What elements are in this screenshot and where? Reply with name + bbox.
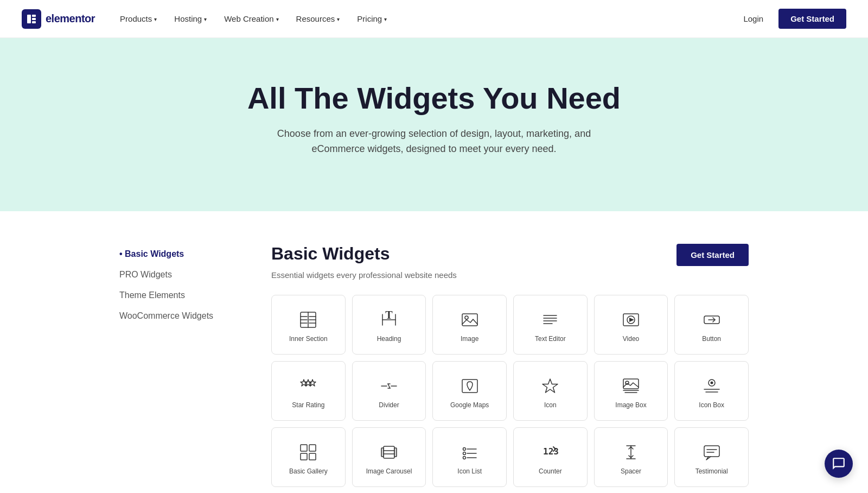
widget-image-box[interactable]: Image Box [594, 361, 668, 421]
sidebar-item-pro-widgets[interactable]: PRO Widgets [119, 264, 239, 285]
widget-basic-gallery[interactable]: Basic Gallery [271, 427, 346, 487]
svg-text:123: 123 [543, 446, 559, 457]
svg-rect-3 [32, 21, 36, 23]
widget-label: Heading [377, 335, 401, 343]
widget-icon-list[interactable]: Icon List [432, 427, 507, 487]
widget-label: Image Carousel [366, 467, 412, 475]
login-button[interactable]: Login [737, 10, 770, 28]
widget-button[interactable]: Button [674, 295, 749, 355]
svg-rect-51 [381, 448, 384, 457]
widget-image-carousel[interactable]: Image Carousel [352, 427, 426, 487]
logo-icon [22, 9, 41, 29]
nav-products[interactable]: Products ▾ [112, 10, 164, 28]
svg-point-57 [463, 452, 465, 455]
spacer-icon [621, 443, 641, 462]
chevron-down-icon: ▾ [154, 16, 157, 22]
icon-box-icon [702, 376, 722, 396]
icon-widget-icon [540, 376, 560, 396]
widgets-subtitle: Essential widgets every professional web… [271, 270, 749, 280]
svg-point-59 [463, 457, 465, 459]
widget-label: Star Rating [292, 401, 324, 409]
chevron-down-icon: ▾ [337, 16, 340, 22]
nav-resources[interactable]: Resources ▾ [289, 10, 348, 28]
nav-web-creation[interactable]: Web Creation ▾ [216, 10, 286, 28]
svg-rect-49 [309, 453, 316, 460]
widget-label: Button [702, 335, 721, 343]
svg-point-43 [710, 382, 713, 384]
logo-wordmark: elementor [46, 12, 95, 25]
widget-icon-box[interactable]: Icon Box [674, 361, 749, 421]
widget-testimonial[interactable]: Testimonial [674, 427, 749, 487]
widget-label: Icon [544, 401, 557, 409]
sidebar-item-woocommerce[interactable]: WooCommerce Widgets [119, 306, 239, 326]
widget-spacer[interactable]: Spacer [594, 427, 668, 487]
widget-text-editor[interactable]: Text Editor [513, 295, 588, 355]
svg-text:T: T [385, 311, 393, 321]
widget-divider[interactable]: Divider [352, 361, 426, 421]
sidebar: Basic Widgets PRO Widgets Theme Elements… [119, 244, 239, 493]
video-icon [621, 310, 641, 330]
widget-label: Basic Gallery [289, 467, 328, 475]
logo[interactable]: elementor [22, 9, 95, 29]
widget-label: Divider [379, 401, 399, 409]
svg-rect-0 [27, 15, 31, 23]
icon-list-icon [460, 443, 480, 462]
svg-marker-24 [629, 318, 634, 322]
widget-image[interactable]: Image [432, 295, 507, 355]
hero-subtitle: Choose from an ever-growing selection of… [260, 126, 608, 157]
counter-icon: 123 [540, 443, 560, 462]
widget-label: Testimonial [695, 467, 728, 475]
sidebar-item-basic-widgets[interactable]: Basic Widgets [119, 244, 239, 264]
navbar-actions: Login Get Started [737, 9, 846, 29]
widget-counter[interactable]: 123 Counter [513, 427, 588, 487]
svg-rect-2 [32, 18, 36, 20]
svg-point-36 [468, 383, 471, 386]
widget-google-maps[interactable]: Google Maps [432, 361, 507, 421]
widget-label: Icon List [457, 467, 482, 475]
chevron-down-icon: ▾ [204, 16, 207, 22]
widgets-header: Basic Widgets Get Started [271, 244, 749, 266]
testimonial-icon [702, 443, 722, 462]
chat-bubble[interactable] [825, 450, 853, 478]
nav-hosting[interactable]: Hosting ▾ [167, 10, 214, 28]
svg-point-17 [465, 316, 468, 319]
heading-icon: T [379, 310, 399, 330]
svg-rect-50 [384, 446, 394, 458]
hero-title: All The Widgets You Need [22, 81, 846, 115]
widget-star-rating[interactable]: Star Rating [271, 361, 346, 421]
star-rating-icon [298, 376, 318, 396]
svg-rect-1 [32, 15, 36, 17]
widget-video[interactable]: Video [594, 295, 668, 355]
widget-heading[interactable]: T Heading [352, 295, 426, 355]
get-started-button-nav[interactable]: Get Started [778, 9, 846, 29]
widget-inner-section[interactable]: Inner Section [271, 295, 346, 355]
svg-line-32 [388, 384, 390, 388]
google-maps-icon [460, 376, 480, 396]
widget-icon[interactable]: Icon [513, 361, 588, 421]
hero-section: All The Widgets You Need Choose from an … [0, 38, 868, 211]
text-editor-icon [540, 310, 560, 330]
widget-label: Video [623, 335, 639, 343]
chevron-down-icon: ▾ [276, 16, 279, 22]
image-box-icon [621, 376, 641, 396]
basic-gallery-icon [298, 443, 318, 462]
widgets-section: Basic Widgets Get Started Essential widg… [271, 244, 749, 493]
svg-rect-65 [704, 446, 719, 457]
content-area: Basic Widgets PRO Widgets Theme Elements… [98, 244, 770, 493]
nav-menu: Products ▾ Hosting ▾ Web Creation ▾ Reso… [112, 10, 737, 28]
image-icon [460, 310, 480, 330]
nav-pricing[interactable]: Pricing ▾ [349, 10, 394, 28]
widget-label: Inner Section [289, 335, 328, 343]
inner-section-icon [298, 310, 318, 330]
widget-grid: Inner Section T Heading [271, 295, 749, 493]
sidebar-item-theme-elements[interactable]: Theme Elements [119, 285, 239, 306]
widget-label: Google Maps [450, 401, 489, 409]
get-started-button-section[interactable]: Get Started [676, 244, 749, 266]
widget-label: Image [461, 335, 478, 343]
chevron-down-icon: ▾ [384, 16, 387, 22]
widgets-title-group: Basic Widgets [271, 244, 390, 264]
svg-rect-47 [309, 445, 316, 451]
svg-rect-46 [301, 445, 307, 451]
divider-icon [379, 376, 399, 396]
image-carousel-icon [379, 443, 399, 462]
